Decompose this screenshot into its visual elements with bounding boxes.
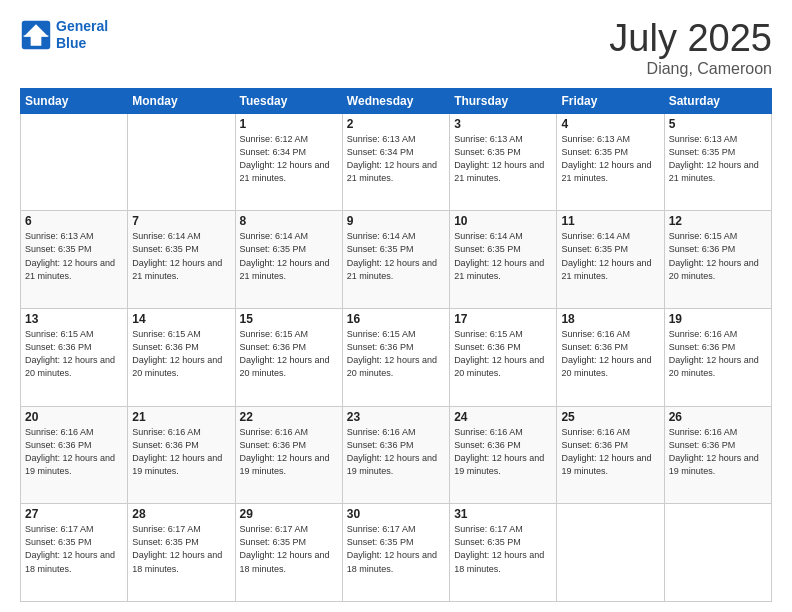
logo-line2: Blue xyxy=(56,35,86,51)
calendar-table: Sunday Monday Tuesday Wednesday Thursday… xyxy=(20,88,772,602)
day-info: Sunrise: 6:17 AM Sunset: 6:35 PM Dayligh… xyxy=(454,523,552,575)
table-row xyxy=(128,113,235,211)
svg-rect-2 xyxy=(24,35,49,37)
day-number: 31 xyxy=(454,507,552,521)
table-row: 5Sunrise: 6:13 AM Sunset: 6:35 PM Daylig… xyxy=(664,113,771,211)
day-number: 7 xyxy=(132,214,230,228)
day-info: Sunrise: 6:14 AM Sunset: 6:35 PM Dayligh… xyxy=(454,230,552,282)
day-number: 18 xyxy=(561,312,659,326)
day-info: Sunrise: 6:14 AM Sunset: 6:35 PM Dayligh… xyxy=(347,230,445,282)
day-info: Sunrise: 6:15 AM Sunset: 6:36 PM Dayligh… xyxy=(132,328,230,380)
col-friday: Friday xyxy=(557,88,664,113)
day-number: 17 xyxy=(454,312,552,326)
day-number: 1 xyxy=(240,117,338,131)
page: General Blue July 2025 Diang, Cameroon S… xyxy=(0,0,792,612)
table-row: 10Sunrise: 6:14 AM Sunset: 6:35 PM Dayli… xyxy=(450,211,557,309)
day-number: 29 xyxy=(240,507,338,521)
table-row: 29Sunrise: 6:17 AM Sunset: 6:35 PM Dayli… xyxy=(235,504,342,602)
day-number: 4 xyxy=(561,117,659,131)
day-number: 12 xyxy=(669,214,767,228)
day-number: 23 xyxy=(347,410,445,424)
calendar-week-row: 6Sunrise: 6:13 AM Sunset: 6:35 PM Daylig… xyxy=(21,211,772,309)
table-row xyxy=(21,113,128,211)
day-info: Sunrise: 6:16 AM Sunset: 6:36 PM Dayligh… xyxy=(132,426,230,478)
title-block: July 2025 Diang, Cameroon xyxy=(609,18,772,78)
day-number: 15 xyxy=(240,312,338,326)
table-row: 4Sunrise: 6:13 AM Sunset: 6:35 PM Daylig… xyxy=(557,113,664,211)
logo-line1: General xyxy=(56,18,108,34)
day-info: Sunrise: 6:15 AM Sunset: 6:36 PM Dayligh… xyxy=(240,328,338,380)
calendar-week-row: 20Sunrise: 6:16 AM Sunset: 6:36 PM Dayli… xyxy=(21,406,772,504)
day-number: 16 xyxy=(347,312,445,326)
day-number: 25 xyxy=(561,410,659,424)
calendar-header-row: Sunday Monday Tuesday Wednesday Thursday… xyxy=(21,88,772,113)
day-info: Sunrise: 6:16 AM Sunset: 6:36 PM Dayligh… xyxy=(240,426,338,478)
table-row: 14Sunrise: 6:15 AM Sunset: 6:36 PM Dayli… xyxy=(128,309,235,407)
day-number: 26 xyxy=(669,410,767,424)
col-sunday: Sunday xyxy=(21,88,128,113)
table-row: 22Sunrise: 6:16 AM Sunset: 6:36 PM Dayli… xyxy=(235,406,342,504)
table-row: 30Sunrise: 6:17 AM Sunset: 6:35 PM Dayli… xyxy=(342,504,449,602)
table-row xyxy=(664,504,771,602)
day-number: 9 xyxy=(347,214,445,228)
logo: General Blue xyxy=(20,18,108,52)
day-number: 30 xyxy=(347,507,445,521)
table-row: 27Sunrise: 6:17 AM Sunset: 6:35 PM Dayli… xyxy=(21,504,128,602)
calendar-week-row: 1Sunrise: 6:12 AM Sunset: 6:34 PM Daylig… xyxy=(21,113,772,211)
day-info: Sunrise: 6:17 AM Sunset: 6:35 PM Dayligh… xyxy=(132,523,230,575)
table-row: 31Sunrise: 6:17 AM Sunset: 6:35 PM Dayli… xyxy=(450,504,557,602)
day-number: 10 xyxy=(454,214,552,228)
day-number: 27 xyxy=(25,507,123,521)
col-thursday: Thursday xyxy=(450,88,557,113)
table-row: 24Sunrise: 6:16 AM Sunset: 6:36 PM Dayli… xyxy=(450,406,557,504)
table-row: 3Sunrise: 6:13 AM Sunset: 6:35 PM Daylig… xyxy=(450,113,557,211)
day-number: 11 xyxy=(561,214,659,228)
day-number: 21 xyxy=(132,410,230,424)
day-info: Sunrise: 6:14 AM Sunset: 6:35 PM Dayligh… xyxy=(240,230,338,282)
day-info: Sunrise: 6:15 AM Sunset: 6:36 PM Dayligh… xyxy=(25,328,123,380)
day-number: 3 xyxy=(454,117,552,131)
table-row: 12Sunrise: 6:15 AM Sunset: 6:36 PM Dayli… xyxy=(664,211,771,309)
day-info: Sunrise: 6:17 AM Sunset: 6:35 PM Dayligh… xyxy=(347,523,445,575)
table-row: 16Sunrise: 6:15 AM Sunset: 6:36 PM Dayli… xyxy=(342,309,449,407)
table-row: 13Sunrise: 6:15 AM Sunset: 6:36 PM Dayli… xyxy=(21,309,128,407)
col-tuesday: Tuesday xyxy=(235,88,342,113)
table-row: 19Sunrise: 6:16 AM Sunset: 6:36 PM Dayli… xyxy=(664,309,771,407)
day-info: Sunrise: 6:16 AM Sunset: 6:36 PM Dayligh… xyxy=(669,328,767,380)
day-info: Sunrise: 6:16 AM Sunset: 6:36 PM Dayligh… xyxy=(25,426,123,478)
day-info: Sunrise: 6:13 AM Sunset: 6:35 PM Dayligh… xyxy=(454,133,552,185)
col-saturday: Saturday xyxy=(664,88,771,113)
day-info: Sunrise: 6:16 AM Sunset: 6:36 PM Dayligh… xyxy=(669,426,767,478)
table-row: 17Sunrise: 6:15 AM Sunset: 6:36 PM Dayli… xyxy=(450,309,557,407)
table-row: 28Sunrise: 6:17 AM Sunset: 6:35 PM Dayli… xyxy=(128,504,235,602)
day-info: Sunrise: 6:12 AM Sunset: 6:34 PM Dayligh… xyxy=(240,133,338,185)
day-number: 19 xyxy=(669,312,767,326)
day-info: Sunrise: 6:16 AM Sunset: 6:36 PM Dayligh… xyxy=(561,426,659,478)
table-row: 11Sunrise: 6:14 AM Sunset: 6:35 PM Dayli… xyxy=(557,211,664,309)
header: General Blue July 2025 Diang, Cameroon xyxy=(20,18,772,78)
calendar-week-row: 13Sunrise: 6:15 AM Sunset: 6:36 PM Dayli… xyxy=(21,309,772,407)
table-row: 15Sunrise: 6:15 AM Sunset: 6:36 PM Dayli… xyxy=(235,309,342,407)
table-row: 21Sunrise: 6:16 AM Sunset: 6:36 PM Dayli… xyxy=(128,406,235,504)
table-row xyxy=(557,504,664,602)
col-monday: Monday xyxy=(128,88,235,113)
day-info: Sunrise: 6:15 AM Sunset: 6:36 PM Dayligh… xyxy=(454,328,552,380)
day-number: 24 xyxy=(454,410,552,424)
day-info: Sunrise: 6:16 AM Sunset: 6:36 PM Dayligh… xyxy=(347,426,445,478)
table-row: 8Sunrise: 6:14 AM Sunset: 6:35 PM Daylig… xyxy=(235,211,342,309)
table-row: 18Sunrise: 6:16 AM Sunset: 6:36 PM Dayli… xyxy=(557,309,664,407)
table-row: 20Sunrise: 6:16 AM Sunset: 6:36 PM Dayli… xyxy=(21,406,128,504)
day-number: 6 xyxy=(25,214,123,228)
table-row: 6Sunrise: 6:13 AM Sunset: 6:35 PM Daylig… xyxy=(21,211,128,309)
table-row: 2Sunrise: 6:13 AM Sunset: 6:34 PM Daylig… xyxy=(342,113,449,211)
month-title: July 2025 xyxy=(609,18,772,60)
table-row: 7Sunrise: 6:14 AM Sunset: 6:35 PM Daylig… xyxy=(128,211,235,309)
table-row: 1Sunrise: 6:12 AM Sunset: 6:34 PM Daylig… xyxy=(235,113,342,211)
day-number: 14 xyxy=(132,312,230,326)
day-info: Sunrise: 6:15 AM Sunset: 6:36 PM Dayligh… xyxy=(347,328,445,380)
day-info: Sunrise: 6:14 AM Sunset: 6:35 PM Dayligh… xyxy=(132,230,230,282)
day-info: Sunrise: 6:14 AM Sunset: 6:35 PM Dayligh… xyxy=(561,230,659,282)
day-number: 22 xyxy=(240,410,338,424)
day-info: Sunrise: 6:13 AM Sunset: 6:34 PM Dayligh… xyxy=(347,133,445,185)
logo-icon xyxy=(20,19,52,51)
